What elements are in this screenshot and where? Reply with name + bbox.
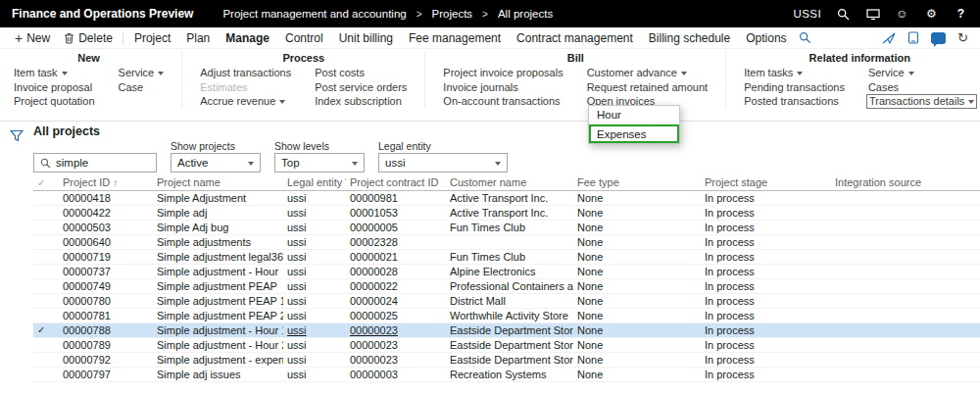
table-row[interactable]: 00000422Simple adjussi00001053Active Tra… [33, 205, 980, 220]
tab-plan[interactable]: Plan [178, 31, 218, 45]
row-checkbox[interactable] [33, 190, 59, 205]
table-row[interactable]: 00000792Simple adjustment - expenseussi0… [33, 352, 980, 367]
action-search-icon[interactable] [799, 31, 811, 44]
ribbon-item-pending-transactions[interactable]: Pending transactions [742, 80, 847, 95]
ribbon-item-invoice-journals[interactable]: Invoice journals [441, 80, 564, 95]
tab-fee-management[interactable]: Fee management [401, 31, 509, 45]
ribbon-item-post-service-orders[interactable]: Post service orders [313, 80, 409, 95]
row-checkbox[interactable] [33, 249, 59, 264]
column-header-fee-type[interactable]: Fee type [573, 175, 701, 190]
row-checkbox[interactable] [33, 205, 59, 220]
quick-filter-input[interactable] [56, 157, 150, 169]
menu-item-expenses[interactable]: Expenses [589, 124, 679, 143]
column-header-project-contract-id[interactable]: Project contract ID [346, 175, 446, 190]
row-checkbox[interactable]: ✓ [33, 322, 59, 337]
show-projects-select[interactable]: Active [171, 153, 261, 173]
tab-billing-schedule[interactable]: Billing schedule [641, 31, 738, 45]
menu-item-hour[interactable]: Hour [589, 106, 679, 124]
row-checkbox[interactable] [33, 337, 59, 352]
refresh-icon[interactable]: ↻ [957, 30, 968, 45]
breadcrumb-page[interactable]: All projects [498, 8, 553, 20]
ribbon-item-project-quotation[interactable]: Project quotation [12, 94, 97, 109]
column-header-project-stage[interactable]: Project stage [701, 175, 831, 190]
row-checkbox[interactable] [33, 308, 59, 322]
column-header-integration-source[interactable]: Integration source [831, 175, 980, 190]
tab-options[interactable]: Options [738, 31, 794, 45]
ribbon-item-customer-advance[interactable]: Customer advance [585, 66, 710, 80]
row-checkbox[interactable] [33, 352, 59, 367]
ribbon-item-service[interactable]: Service [117, 66, 167, 80]
display-icon[interactable] [865, 7, 880, 22]
row-checkbox[interactable] [33, 264, 59, 278]
company-picker[interactable]: USSI [794, 8, 821, 20]
settings-gear-icon[interactable]: ⚙ [924, 7, 939, 22]
ribbon-item-posted-transactions[interactable]: Posted transactions [742, 94, 847, 109]
table-row[interactable]: ✓00000788Simple adjustment - Hour 1ussi0… [33, 322, 980, 337]
tab-contract-management[interactable]: Contract management [509, 31, 641, 45]
table-row[interactable]: 00000780Simple adjustment PEAP 1ussi0000… [33, 293, 980, 308]
ribbon-item-item-tasks[interactable]: Item tasks [742, 66, 847, 80]
project-id-link[interactable]: 00000788 [59, 322, 153, 337]
row-checkbox[interactable] [33, 220, 59, 234]
table-row[interactable]: 00000737Simple adjustment - Hourussi0000… [33, 264, 980, 278]
ribbon-item-index-subscription[interactable]: Index subscription [313, 94, 409, 109]
filter-pane-icon[interactable] [10, 129, 24, 142]
table-row[interactable]: 00000789Simple adjustment - Hour 2ussi00… [33, 337, 980, 352]
project-id-link[interactable]: 00000418 [59, 190, 153, 205]
project-id-link[interactable]: 00000737 [59, 264, 153, 278]
quick-filter-box[interactable] [33, 153, 157, 173]
project-id-link[interactable]: 00000640 [59, 234, 153, 249]
project-id-link[interactable]: 00000792 [59, 352, 153, 367]
ribbon-item-invoice-proposal[interactable]: Invoice proposal [12, 80, 97, 95]
select-all-checkbox[interactable]: ✓ [33, 175, 59, 190]
project-id-link[interactable]: 00000789 [59, 337, 153, 352]
search-icon[interactable] [836, 7, 851, 22]
table-row[interactable]: 00000640Simple adjustmentsussi00002328No… [33, 234, 980, 249]
tab-project[interactable]: Project [126, 31, 178, 45]
project-id-link[interactable]: 00000780 [59, 293, 153, 308]
ribbon-item-service[interactable]: Service [866, 66, 977, 80]
project-id-link[interactable]: 00000797 [59, 367, 153, 381]
project-id-link[interactable]: 00000422 [59, 205, 153, 220]
table-row[interactable]: 00000749Simple adjustment PEAPussi000000… [33, 278, 980, 293]
ribbon-item-post-costs[interactable]: Post costs [313, 66, 409, 80]
ribbon-item-on-account-transactions[interactable]: On-account transactions [441, 94, 564, 109]
column-header-project-name[interactable]: Project name [153, 175, 283, 190]
ribbon-item-transactions-details[interactable]: Transactions details [866, 94, 977, 109]
message-center-icon[interactable] [931, 32, 946, 44]
project-id-link[interactable]: 00000749 [59, 278, 153, 293]
new-button[interactable]: + New [8, 31, 57, 45]
table-row[interactable]: 00000797Simple adj issuesussi00000003Rec… [33, 367, 980, 381]
row-checkbox[interactable] [33, 293, 59, 308]
ribbon-item-accrue-revenue[interactable]: Accrue revenue [198, 94, 293, 109]
table-row[interactable]: 00000719Simple adjustment legal360ussi00… [33, 249, 980, 264]
ribbon-item-item-task[interactable]: Item task [12, 66, 97, 80]
row-checkbox[interactable] [33, 234, 59, 249]
ribbon-item-request-retained-amount[interactable]: Request retained amount [585, 80, 710, 95]
table-row[interactable]: 00000503Simple Adj bugussi00000005Fun Ti… [33, 220, 980, 234]
attach-device-icon[interactable] [907, 31, 919, 44]
help-icon[interactable]: ? [954, 7, 968, 22]
ribbon-item-project-invoice-proposals[interactable]: Project invoice proposals [441, 66, 564, 80]
column-header-project-id[interactable]: Project ID↑ [59, 175, 153, 190]
project-id-link[interactable]: 00000719 [59, 249, 153, 264]
project-id-link[interactable]: 00000503 [59, 220, 153, 234]
project-id-link[interactable]: 00000781 [59, 308, 153, 322]
legal-entity-cell[interactable]: ussi [283, 322, 346, 337]
tab-unit-billing[interactable]: Unit billing [331, 31, 401, 45]
row-checkbox[interactable] [33, 367, 59, 381]
breadcrumb-module[interactable]: Project management and accounting [222, 8, 406, 20]
ribbon-item-cases[interactable]: Cases [866, 80, 977, 95]
table-row[interactable]: 00000418Simple Adjustmentussi00000981Act… [33, 190, 980, 205]
breadcrumb-area[interactable]: Projects [432, 8, 473, 20]
contract-id-cell[interactable]: 00000023 [346, 322, 446, 337]
share-icon[interactable] [882, 32, 896, 44]
legal-entity-select[interactable]: ussi [378, 153, 508, 173]
delete-button[interactable]: Delete [57, 31, 120, 45]
column-header-customer-name[interactable]: Customer name [446, 175, 573, 190]
ribbon-item-adjust-transactions[interactable]: Adjust transactions [198, 66, 293, 80]
row-checkbox[interactable] [33, 278, 59, 293]
ribbon-item-case[interactable]: Case [117, 80, 167, 95]
feedback-smiley-icon[interactable]: ☺ [895, 7, 909, 22]
tab-control[interactable]: Control [277, 31, 331, 45]
